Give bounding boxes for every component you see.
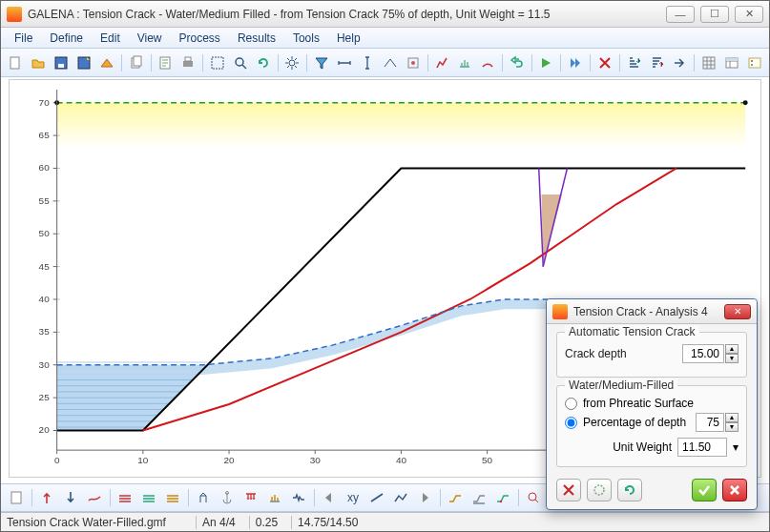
search-circle-icon[interactable] (522, 486, 545, 509)
radio-percentage[interactable] (565, 417, 577, 429)
zoom-icon[interactable] (229, 51, 251, 74)
page-icon[interactable] (5, 486, 28, 509)
layers2-icon[interactable] (137, 486, 160, 509)
unit-weight-dropdown-icon[interactable]: ▾ (733, 440, 739, 454)
toggle1-icon[interactable] (379, 51, 401, 74)
dialog-refresh-button[interactable] (617, 479, 642, 501)
analyze-icon[interactable] (431, 51, 453, 74)
svg-point-19 (751, 64, 753, 66)
dialog-cancel-button[interactable] (722, 479, 747, 501)
extents-icon[interactable] (206, 51, 228, 74)
toggle2-icon[interactable] (402, 51, 424, 74)
menu-view[interactable]: View (130, 30, 170, 47)
crack-depth-input[interactable] (682, 344, 724, 363)
radio-phreatic[interactable] (565, 398, 577, 410)
dialog-title-bar[interactable]: Tension Crack - Analysis 4 ✕ (547, 299, 757, 324)
profile1-icon[interactable] (444, 486, 467, 509)
dialog-settings-button[interactable] (587, 479, 612, 501)
project-icon[interactable] (96, 51, 118, 74)
grid-icon[interactable] (697, 51, 719, 74)
save-icon[interactable] (51, 51, 73, 74)
goto-icon[interactable] (669, 51, 691, 74)
settings-icon[interactable] (281, 51, 303, 74)
anchor-icon[interactable] (216, 486, 239, 509)
toolbar-separator (425, 51, 430, 74)
unit-weight-input[interactable] (677, 438, 727, 457)
dialog-close-button[interactable]: ✕ (724, 304, 751, 319)
slice-icon[interactable] (454, 51, 476, 74)
sort-asc-icon[interactable] (623, 51, 645, 74)
menu-help[interactable]: Help (329, 30, 368, 47)
table-icon[interactable] (720, 51, 742, 74)
prev-icon[interactable] (318, 486, 341, 509)
svg-point-90 (529, 493, 536, 501)
toolbar-separator (311, 486, 317, 509)
menu-tools[interactable]: Tools (285, 30, 327, 47)
dialog-buttons (556, 475, 747, 503)
svg-text:40: 40 (396, 455, 407, 465)
line-blue-icon[interactable] (365, 486, 388, 509)
minimize-button[interactable]: — (666, 6, 695, 23)
svg-text:60: 60 (39, 162, 51, 173)
undo-icon[interactable] (506, 51, 528, 74)
line-multi-icon[interactable] (389, 486, 412, 509)
profile3-icon[interactable] (491, 486, 514, 509)
dialog-delete-button[interactable] (556, 479, 581, 501)
runall-icon[interactable] (565, 51, 587, 74)
surfaces-red-icon[interactable] (83, 486, 106, 509)
new-icon[interactable] (5, 51, 27, 74)
crack-depth-down[interactable]: ▼ (725, 354, 739, 363)
print-icon[interactable] (177, 51, 199, 74)
menu-process[interactable]: Process (172, 30, 228, 47)
app-icon (7, 7, 22, 22)
profile2-icon[interactable] (468, 486, 490, 509)
percentage-down[interactable]: ▼ (725, 422, 739, 432)
svg-rect-20 (57, 103, 746, 149)
filter-icon[interactable] (311, 51, 333, 74)
svg-text:55: 55 (39, 195, 51, 206)
toolbar-separator (515, 486, 521, 509)
water-medium-legend: Water/Medium-Filled (565, 379, 677, 392)
refresh-icon[interactable] (252, 51, 274, 74)
toolbar-separator (558, 51, 564, 74)
saveas-icon[interactable] (73, 51, 95, 74)
status-coords: 14.75/14.50 (291, 516, 364, 529)
xyz-icon[interactable]: xy (342, 486, 364, 509)
tc-icon[interactable] (192, 486, 215, 509)
crack-depth-up[interactable]: ▲ (725, 344, 739, 354)
layers1-icon[interactable] (114, 486, 136, 509)
vdist-icon[interactable] (356, 51, 378, 74)
percentage-input[interactable] (696, 413, 724, 432)
run-icon[interactable] (535, 51, 557, 74)
copy-icon[interactable] (125, 51, 147, 74)
maximize-button[interactable]: ☐ (700, 6, 729, 23)
legend-icon[interactable] (743, 51, 765, 74)
layers3-icon[interactable] (161, 486, 184, 509)
toolbar-separator (616, 51, 622, 74)
slipcircle-icon[interactable] (477, 51, 499, 74)
close-button[interactable]: ✕ (735, 6, 763, 23)
toolbar-separator (107, 486, 113, 509)
dialog-ok-button[interactable] (692, 479, 717, 501)
menu-file[interactable]: File (7, 30, 40, 47)
svg-text:xy: xy (347, 491, 359, 504)
menu-edit[interactable]: Edit (93, 30, 128, 47)
sort-desc-icon[interactable] (646, 51, 668, 74)
delete-icon[interactable] (593, 51, 615, 74)
earthquake-icon[interactable] (287, 486, 310, 509)
next-icon[interactable] (413, 486, 436, 509)
arrow-down-blue-icon[interactable] (59, 486, 82, 509)
crack-depth-label: Crack depth (565, 347, 682, 360)
load-icon[interactable] (239, 486, 262, 509)
menu-results[interactable]: Results (230, 30, 283, 47)
que-icon[interactable] (263, 486, 286, 509)
open-icon[interactable] (28, 51, 50, 74)
percentage-up[interactable]: ▲ (725, 413, 739, 422)
svg-point-83 (743, 100, 748, 105)
percentage-field: ▲ ▼ (696, 413, 739, 432)
menu-define[interactable]: Define (42, 30, 91, 47)
svg-text:50: 50 (39, 228, 51, 238)
report-icon[interactable] (155, 51, 177, 74)
arrow-up-red-icon[interactable] (35, 486, 58, 509)
hdist-icon[interactable] (334, 51, 356, 74)
